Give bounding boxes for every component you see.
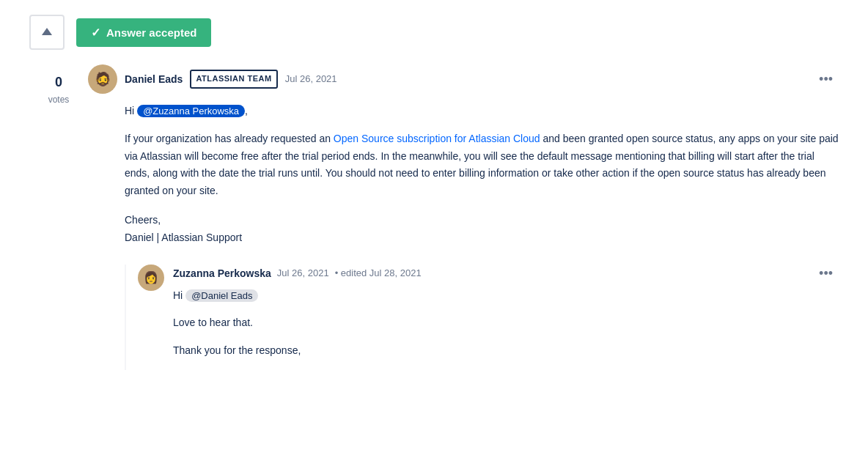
post-date: Jul 26, 2021 (285, 72, 337, 87)
comment-greeting-paragraph: Hi @Daniel Eads (173, 287, 839, 305)
upvote-icon (41, 26, 53, 38)
vote-label: votes (48, 93, 70, 107)
closing-signature: Cheers, Daniel | Atlassian Support (125, 212, 839, 247)
comment-content: Zuzanna Perkowska Jul 26, 2021 • edited … (173, 265, 839, 370)
comment-date: Jul 26, 2021 (277, 266, 329, 281)
team-badge: ATLASSIAN TEAM (190, 70, 277, 89)
open-source-link[interactable]: Open Source subscription for Atlassian C… (334, 133, 540, 144)
vote-count: 0 (55, 72, 62, 93)
comment-line2: Thank you for the response, (173, 342, 839, 360)
comment-avatar: 👩 (138, 265, 164, 291)
comment-greeting: Hi (173, 289, 183, 301)
comment-mention-tag[interactable]: @Daniel Eads (185, 289, 258, 302)
checkmark-icon: ✓ (91, 26, 100, 40)
comment-section: 👩 Zuzanna Perkowska Jul 26, 2021 • edite… (125, 265, 839, 370)
closing-text: Cheers, (125, 212, 839, 229)
answer-text: Hi @Zuzanna Perkowska, If your organizat… (125, 103, 839, 247)
comment-author-name: Zuzanna Perkowska (173, 265, 271, 281)
main-paragraph: If your organization has already request… (125, 130, 839, 200)
more-options-button[interactable]: ••• (813, 70, 839, 89)
answer-body: 0 votes 🧔 Daniel Eads ATLASSIAN TEAM Jul… (29, 64, 839, 382)
answer-accepted-label: Answer accepted (106, 26, 196, 39)
answer-meta-row: 🧔 Daniel Eads ATLASSIAN TEAM Jul 26, 202… (88, 64, 839, 94)
page-container: ✓ Answer accepted 0 votes 🧔 Daniel Eads … (0, 0, 868, 396)
comment-item: 👩 Zuzanna Perkowska Jul 26, 2021 • edite… (138, 265, 839, 370)
answer-content: 🧔 Daniel Eads ATLASSIAN TEAM Jul 26, 202… (88, 64, 839, 382)
mention-tag[interactable]: @Zuzanna Perkowska (137, 105, 245, 117)
comment-edited: • edited Jul 28, 2021 (335, 266, 422, 281)
paragraph-before-link: If your organization has already request… (125, 133, 331, 144)
answer-accepted-button[interactable]: ✓ Answer accepted (76, 18, 211, 47)
comment-more-options-button[interactable]: ••• (813, 265, 839, 283)
svg-marker-0 (42, 28, 52, 35)
upvote-button[interactable] (29, 15, 65, 50)
avatar: 🧔 (88, 64, 117, 94)
comment-meta-row: Zuzanna Perkowska Jul 26, 2021 • edited … (173, 265, 839, 283)
signature-text: Daniel | Atlassian Support (125, 229, 839, 247)
greeting-text: Hi (125, 105, 134, 116)
greeting-paragraph: Hi @Zuzanna Perkowska, (125, 103, 839, 120)
answer-header: ✓ Answer accepted (29, 15, 839, 50)
comment-line1: Love to hear that. (173, 314, 839, 332)
avatar-image: 🧔 (88, 64, 117, 94)
comment-text: Hi @Daniel Eads Love to hear that. Thank… (173, 287, 839, 360)
author-name: Daniel Eads (125, 71, 183, 87)
greeting-comma: , (245, 105, 248, 116)
vote-column: 0 votes (29, 64, 88, 382)
